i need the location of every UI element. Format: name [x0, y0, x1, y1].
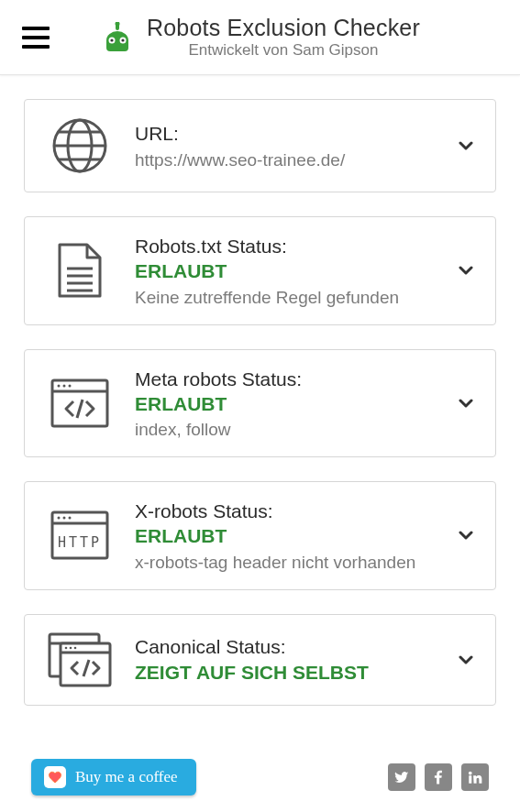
svg-point-29 [65, 646, 68, 649]
buy-me-a-coffee-label: Buy me a coffee [75, 768, 178, 786]
globe-icon [43, 116, 116, 175]
card-url-title: URL: [135, 121, 422, 146]
svg-point-21 [58, 517, 61, 520]
code-window-icon [43, 378, 116, 429]
header-text: Robots Exclusion Checker Entwickelt von … [147, 15, 420, 60]
menu-button[interactable] [22, 27, 50, 49]
svg-point-23 [69, 517, 72, 520]
social-links [388, 763, 489, 791]
file-icon [43, 241, 116, 300]
chevron-down-icon [455, 135, 477, 157]
header: Robots Exclusion Checker Entwickelt von … [0, 0, 520, 75]
svg-rect-13 [52, 380, 107, 426]
svg-point-4 [110, 38, 113, 41]
chevron-down-icon [455, 392, 477, 414]
card-robots-txt-detail: Keine zutreffende Regel gefunden [135, 288, 422, 308]
svg-point-15 [58, 384, 61, 387]
card-robots-txt[interactable]: Robots.txt Status: ERLAUBT Keine zutreff… [24, 216, 496, 325]
http-window-icon: HTTP [43, 510, 116, 561]
app-logo [101, 22, 134, 53]
card-meta-robots[interactable]: Meta robots Status: ERLAUBT index, follo… [24, 349, 496, 458]
cards-container: URL: https://www.seo-trainee.de/ Robots.… [0, 75, 520, 715]
canonical-icon [43, 631, 116, 688]
card-x-robots-detail: x-robots-tag header nicht vorhanden [135, 553, 422, 573]
svg-text:HTTP: HTTP [58, 534, 102, 551]
footer: Buy me a coffee [0, 759, 520, 796]
buy-me-a-coffee-button[interactable]: Buy me a coffee [31, 759, 196, 796]
card-x-robots-status: ERLAUBT [135, 523, 422, 548]
chevron-down-icon [455, 524, 477, 546]
card-canonical-status: ZEIGT AUF SICH SELBST [135, 660, 422, 685]
svg-point-31 [74, 646, 77, 649]
svg-point-22 [63, 517, 66, 520]
app-title: Robots Exclusion Checker [147, 15, 420, 41]
card-meta-robots-status: ERLAUBT [135, 391, 422, 416]
svg-point-5 [121, 38, 124, 41]
card-meta-robots-title: Meta robots Status: [135, 367, 422, 391]
card-x-robots-title: X-robots Status: [135, 499, 422, 523]
app-subtitle: Entwickelt von Sam Gipson [147, 41, 420, 60]
svg-rect-27 [61, 643, 110, 686]
card-url[interactable]: URL: https://www.seo-trainee.de/ [24, 99, 496, 192]
svg-point-30 [70, 646, 72, 649]
card-canonical-title: Canonical Status: [135, 634, 422, 659]
card-robots-txt-title: Robots.txt Status: [135, 234, 422, 258]
card-canonical[interactable]: Canonical Status: ZEIGT AUF SICH SELBST [24, 614, 496, 706]
linkedin-link[interactable] [461, 763, 489, 791]
chevron-down-icon [455, 649, 477, 671]
card-meta-robots-detail: index, follow [135, 420, 422, 440]
twitter-link[interactable] [388, 763, 415, 791]
svg-point-17 [69, 384, 72, 387]
card-robots-txt-status: ERLAUBT [135, 258, 422, 283]
svg-point-16 [63, 384, 66, 387]
svg-line-18 [77, 400, 83, 418]
heart-icon [44, 766, 66, 788]
chevron-down-icon [455, 259, 477, 281]
card-x-robots[interactable]: HTTP X-robots Status: ERLAUBT x-robots-t… [24, 481, 496, 590]
facebook-link[interactable] [425, 763, 452, 791]
card-url-detail: https://www.seo-trainee.de/ [135, 150, 422, 170]
